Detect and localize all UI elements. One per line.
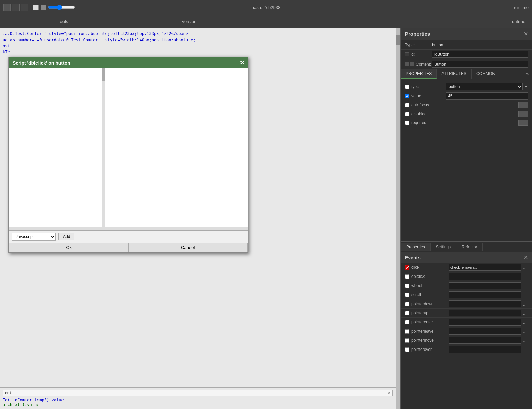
horizontal-scrollbar[interactable] — [9, 227, 248, 230]
event-menu-pointerover[interactable]: ... — [521, 347, 528, 352]
event-checkbox-pointerdown[interactable] — [405, 302, 409, 306]
scrollbar-thumb[interactable] — [396, 35, 400, 45]
event-value-scroll[interactable] — [449, 291, 521, 298]
content-checkbox[interactable] — [405, 62, 409, 66]
content-checkbox-2[interactable] — [410, 62, 414, 66]
events-titlebar: Events ✕ — [401, 252, 532, 263]
prop-id-row: Id: — [401, 50, 532, 59]
event-name-pointerdown: pointerdown — [411, 302, 449, 306]
autofocus-checkbox-label: autofocus — [405, 103, 446, 107]
bottom-tab-refactor[interactable]: Refactor — [456, 243, 483, 251]
disabled-toggle[interactable] — [518, 111, 528, 117]
event-checkbox-wheel[interactable] — [405, 284, 409, 288]
ok-button[interactable]: Ok — [9, 243, 128, 252]
tools-label[interactable]: Tools — [0, 15, 126, 28]
value-field-label: value — [411, 94, 421, 98]
event-name-click: click — [411, 265, 449, 270]
bottom-tab-properties[interactable]: Properties — [401, 243, 431, 251]
collapse-button[interactable]: » — [523, 69, 532, 79]
dialog-titlebar: Script 'dblclick' on button ✕ — [9, 57, 248, 68]
event-row-pointerup: pointerup... — [401, 309, 532, 318]
id-input[interactable] — [432, 51, 528, 58]
cancel-button[interactable]: Cancel — [128, 243, 248, 252]
event-value-click[interactable] — [449, 264, 521, 271]
required-checkbox[interactable] — [405, 121, 409, 125]
event-checkbox-pointerenter[interactable] — [405, 320, 409, 324]
id-checkbox[interactable] — [405, 52, 409, 56]
event-row-wheel: wheel... — [401, 281, 532, 290]
content-label: Content: — [416, 62, 431, 67]
event-checkbox-scroll[interactable] — [405, 293, 409, 297]
version-label[interactable]: Version — [126, 15, 252, 28]
event-checkbox-pointerover[interactable] — [405, 347, 409, 352]
events-list: click...dblclick...wheel...scroll...poin… — [401, 263, 532, 354]
panel-titlebar: Properties ✕ — [401, 28, 532, 40]
tab-common[interactable]: COMMON — [472, 69, 500, 79]
value-checkbox[interactable] — [405, 94, 409, 98]
event-value-pointerdown[interactable] — [449, 300, 521, 307]
toolbar-icon-1[interactable] — [3, 4, 11, 11]
autofocus-checkbox[interactable] — [405, 103, 409, 107]
code-line-2: ue-as-number="=0_userdata.0.Test.Comfort… — [3, 37, 398, 43]
value-input[interactable] — [446, 92, 528, 100]
list-scrollbar-thumb[interactable] — [102, 68, 105, 81]
event-menu-pointermove[interactable]: ... — [521, 338, 528, 343]
event-value-pointerleave[interactable] — [449, 328, 521, 335]
bottom-tab-settings[interactable]: Settings — [431, 243, 456, 251]
dialog-close-button[interactable]: ✕ — [240, 59, 244, 66]
main-area: .a.0.Test.Comfort" style="position:absol… — [0, 28, 532, 409]
event-menu-pointerup[interactable]: ... — [521, 310, 528, 316]
event-checkbox-pointermove[interactable] — [405, 338, 409, 343]
event-menu-pointerenter[interactable]: ... — [521, 319, 528, 325]
slider-input[interactable] — [48, 5, 75, 10]
type-select[interactable]: button submit reset — [446, 83, 523, 90]
event-value-wheel[interactable] — [449, 282, 521, 289]
code-line-4: kTe — [3, 49, 398, 55]
event-value-pointerup[interactable] — [449, 310, 521, 316]
type-field-label: type — [411, 84, 419, 89]
script-editor-panel[interactable] — [105, 68, 248, 227]
event-menu-scroll[interactable]: ... — [521, 292, 528, 297]
event-value-pointermove[interactable] — [449, 337, 521, 344]
vertical-scrollbar[interactable] — [396, 28, 400, 409]
add-button[interactable]: Add — [58, 233, 74, 240]
autofocus-toggle[interactable] — [518, 102, 528, 108]
event-checkbox-pointerleave[interactable] — [405, 329, 409, 334]
event-name-pointerenter: pointerenter — [411, 320, 449, 324]
language-select[interactable]: Javascript Python Lua — [12, 233, 56, 241]
event-menu-dblclick[interactable]: ... — [521, 274, 528, 279]
event-menu-pointerleave[interactable]: ... — [521, 329, 528, 334]
panel-close-button[interactable]: ✕ — [524, 31, 528, 37]
autofocus-label: autofocus — [411, 103, 429, 107]
events-close-button[interactable]: ✕ — [524, 254, 528, 261]
event-checkbox-click[interactable] — [405, 265, 409, 270]
event-value-dblclick[interactable] — [449, 273, 521, 280]
toolbar-icon-2[interactable] — [12, 4, 20, 11]
event-value-pointerover[interactable] — [449, 346, 521, 353]
inner-dialog-close[interactable]: ✕ — [388, 391, 390, 395]
toolbar-icon-3[interactable] — [21, 4, 28, 11]
events-title: Events — [405, 255, 421, 260]
code-content: .a.0.Test.Comfort" style="position:absol… — [0, 28, 400, 58]
second-toolbar: Tools Version runtime — [0, 15, 532, 28]
event-menu-click[interactable]: ... — [521, 265, 528, 270]
disabled-checkbox[interactable] — [405, 112, 409, 116]
event-checkbox-pointerup[interactable] — [405, 311, 409, 315]
toolbar-icons — [3, 4, 28, 11]
required-toggle[interactable] — [518, 120, 528, 126]
hash-display: hash: 2cb2938 — [252, 5, 280, 10]
content-input[interactable] — [432, 61, 528, 68]
tab-attributes[interactable]: ATTRIBUTES — [437, 69, 472, 79]
event-checkbox-dblclick[interactable] — [405, 274, 409, 279]
event-name-pointerleave: pointerleave — [411, 329, 449, 334]
event-name-pointerup: pointerup — [411, 311, 449, 315]
event-menu-pointerdown[interactable]: ... — [521, 301, 528, 307]
event-value-pointerenter[interactable] — [449, 319, 521, 326]
type-checkbox[interactable] — [405, 85, 409, 89]
list-scrollbar[interactable] — [102, 68, 105, 227]
type-checkbox-label: type — [405, 84, 446, 89]
script-editor-textarea[interactable] — [107, 69, 246, 225]
value-checkbox-label: value — [405, 94, 446, 98]
tab-properties[interactable]: PROPERTIES — [401, 69, 437, 79]
event-menu-wheel[interactable]: ... — [521, 283, 528, 288]
